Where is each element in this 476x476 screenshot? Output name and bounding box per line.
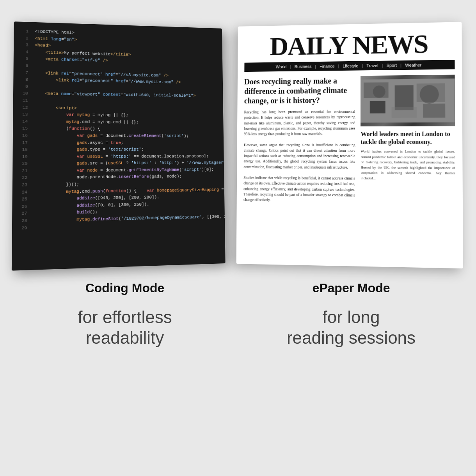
svg-rect-6 [423, 103, 446, 117]
epaper-mode-description: for longreading sessions [242, 307, 460, 348]
svg-point-8 [420, 85, 439, 104]
nav-item-travel[interactable]: Travel [364, 63, 381, 68]
main-article: Does recycling really make a difference … [243, 76, 355, 203]
code-line: 17 gads.async = true; [13, 139, 224, 146]
secondary-article-headline: World leaders meet in London to tackle t… [361, 130, 455, 146]
svg-rect-2 [395, 85, 414, 110]
nav-item-lifestyle[interactable]: Lifestyle [340, 64, 361, 69]
epaper-mode-screen: DAILY NEWS World | Business | Finance | … [236, 22, 463, 268]
main-article-body: Recycling has long been promoted as esse… [243, 109, 355, 204]
svg-point-7 [373, 85, 385, 98]
coding-mode-label-block: Coding Mode for effortlessreadability [16, 281, 234, 348]
coding-mode-title: Coding Mode [16, 281, 234, 295]
code-line: 16 var gads = document.createElement('sc… [13, 132, 224, 140]
nav-item-business[interactable]: Business [292, 64, 314, 69]
main-article-headline: Does recycling really make a difference … [244, 76, 355, 106]
coding-mode-description: for effortlessreadability [16, 307, 234, 348]
svg-rect-4 [370, 101, 385, 114]
nav-item-world[interactable]: World [273, 64, 289, 69]
nav-item-sport[interactable]: Sport [384, 63, 400, 68]
newspaper-title: DAILY NEWS [245, 30, 455, 60]
coding-mode-screen: 1 <!DOCTYPE html> 2 <html lang="en"> 3 <… [12, 21, 226, 271]
newspaper-navigation: World | Business | Finance | Lifestyle |… [244, 60, 455, 72]
svg-rect-5 [392, 107, 417, 118]
secondary-article-body: World leaders convened in London to tack… [361, 149, 455, 181]
news-body: Does recycling really make a difference … [243, 75, 455, 205]
code-line: 18 gads.type = 'text/script'; [13, 146, 224, 153]
screens-container: 1 <!DOCTYPE html> 2 <html lang="en"> 3 <… [16, 23, 460, 265]
news-image-graphic [361, 75, 455, 126]
nav-item-finance[interactable]: Finance [317, 64, 337, 69]
news-image [361, 75, 455, 126]
secondary-article: World leaders meet in London to tackle t… [361, 75, 455, 205]
nav-item-weather[interactable]: Weather [402, 62, 424, 67]
code-line: 15 (function() { [13, 125, 224, 133]
labels-section: Coding Mode for effortlessreadability eP… [16, 281, 460, 348]
epaper-mode-label-block: ePaper Mode for longreading sessions [242, 281, 460, 348]
epaper-mode-title: ePaper Mode [242, 281, 460, 295]
